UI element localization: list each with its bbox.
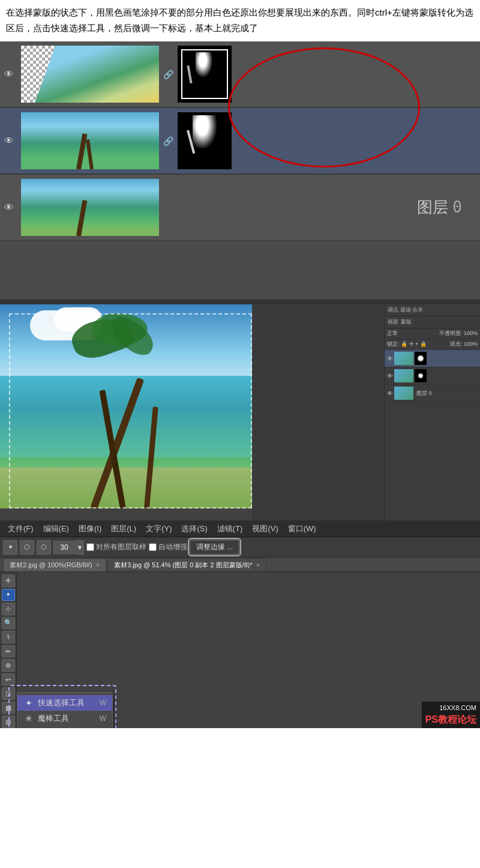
canvas-dark-area — [252, 304, 384, 520]
chain-icon-2: 🔗 — [163, 136, 173, 146]
watermark: 16XX8.COM PS教程论坛 — [422, 702, 480, 728]
layer-row-1[interactable]: 👁 🔗 — [0, 41, 480, 107]
left-toolbar: ✛ ✦ ⊹ 🔍 ⚕ ✏ ⊛ ↩ ◻ ▦ ◍ — [0, 572, 17, 728]
layer-eye-1[interactable]: 👁 — [0, 69, 18, 80]
crop-tool-btn[interactable]: ⊹ — [2, 603, 15, 615]
eyedropper-tool-btn[interactable]: 🔍 — [2, 617, 15, 630]
panel-controls: 正常不透明度: 100% — [385, 328, 480, 339]
adjust-edge-button[interactable]: 调整边缘 ... — [190, 540, 239, 555]
mini-layer-3[interactable]: 👁 图层 0 — [385, 385, 480, 402]
quick-select-tool-item[interactable]: ✦ 快速选择工具 W — [17, 695, 112, 711]
menu-image[interactable]: 图像(I) — [74, 522, 106, 535]
panel-header: 调点 退场 合并 — [385, 304, 480, 316]
magic-wand-shortcut: W — [100, 714, 106, 723]
chain-icon-1: 🔗 — [163, 70, 173, 79]
move-tool-btn[interactable]: ✛ — [2, 574, 15, 587]
ps-right-panel: 调点 退场 合并 画面蒙版 正常不透明度: 100% 锁定: 🔒 ✢ + 🔒填充… — [384, 304, 480, 520]
history-tool-btn[interactable]: ↩ — [2, 674, 15, 686]
menu-file[interactable]: 文件(F) — [3, 522, 38, 535]
auto-enhance-group: 自动增强 — [149, 542, 187, 552]
sample-all-layers-group: 对所有图层取样 — [86, 542, 146, 552]
layer-thumb-main-2 — [21, 112, 159, 169]
watermark-line2: PS教程论坛 — [425, 713, 476, 726]
sample-all-layers-label: 对所有图层取样 — [96, 542, 146, 552]
brush-size-display: 30 — [53, 541, 75, 554]
menu-edit[interactable]: 编辑(E) — [38, 522, 74, 535]
auto-enhance-label: 自动增强 — [158, 542, 187, 552]
clone-tool-btn[interactable]: ⊛ — [2, 659, 15, 672]
tool-popup-menu: ✦ 快速选择工具 W ✳ 魔棒工具 W — [17, 692, 113, 728]
panel-fill: 锁定: 🔒 ✢ + 🔒填充: 100% — [385, 339, 480, 350]
watermark-line1: 16XX8.COM — [425, 704, 476, 713]
menu-text[interactable]: 文字(Y) — [141, 522, 176, 535]
menu-window[interactable]: 窗口(W) — [283, 522, 321, 535]
canvas-section: 调点 退场 合并 画面蒙版 正常不透明度: 100% 锁定: 🔒 ✢ + 🔒填充… — [0, 304, 480, 520]
brush-size-group: 30 ▼ — [53, 540, 84, 555]
quick-select-shortcut: W — [100, 699, 106, 707]
toolbar-icon-3[interactable]: ⬡ — [37, 540, 51, 555]
eraser-tool-btn[interactable]: ◻ — [2, 687, 15, 700]
tab-suicai2[interactable]: 素材2.jpg @ 100%(RGB/8#) × — [3, 558, 106, 571]
menu-filter[interactable]: 滤镜(T) — [212, 522, 248, 535]
quick-select-icon: ✦ — [23, 698, 34, 708]
menu-layer[interactable]: 图层(L) — [106, 522, 141, 535]
tab-close-1[interactable]: × — [96, 561, 100, 568]
menu-view[interactable]: 视图(V) — [247, 522, 283, 535]
heal-tool-btn[interactable]: ⚕ — [2, 631, 15, 643]
tab-close-2[interactable]: × — [256, 561, 260, 568]
magic-wand-icon: ✳ — [23, 714, 34, 723]
layer-thumb-main-3 — [21, 179, 159, 236]
panel-subheader: 画面蒙版 — [385, 316, 480, 328]
canvas-beach-image — [0, 304, 252, 508]
magic-wand-tool-item[interactable]: ✳ 魔棒工具 W — [17, 711, 112, 726]
layer-thumb-mask-2 — [178, 112, 232, 169]
layer-row-3[interactable]: 👁 图层 0 — [0, 175, 480, 241]
mini-layer-2[interactable]: 👁 — [385, 367, 480, 385]
menu-bar: 文件(F) 编辑(E) 图像(I) 图层(L) 文字(Y) 选择(S) 滤镜(T… — [0, 520, 480, 537]
options-toolbar: ✦ ⬡ ⬡ 30 ▼ 对所有图层取样 自动增强 调整边缘 ... — [0, 537, 480, 558]
layer-row-2[interactable]: 👁 🔗 — [0, 108, 480, 174]
quick-select-label: 快速选择工具 — [38, 698, 85, 708]
tab-suicai3[interactable]: 素材3.jpg @ 51.4% (图层 0 副本 2 图层蒙版/8)* × — [107, 558, 266, 571]
brush-size-dropdown[interactable]: ▼ — [76, 540, 84, 555]
layer-eye-2[interactable]: 👁 — [0, 136, 18, 146]
blur-tool-btn[interactable]: ◍ — [2, 716, 15, 728]
sample-all-layers-checkbox[interactable] — [86, 543, 94, 551]
tab-bar: 素材2.jpg @ 100%(RGB/8#) × 素材3.jpg @ 51.4%… — [0, 558, 480, 572]
layer-0-label: 图层 0 — [417, 197, 462, 218]
auto-enhance-checkbox[interactable] — [149, 543, 157, 551]
toolbar-icon-2[interactable]: ⬡ — [20, 540, 34, 555]
quick-select-tool-btn[interactable]: ✦ — [2, 589, 15, 601]
toolbar-icon-1[interactable]: ✦ — [3, 540, 17, 555]
layer-thumb-mask-1 — [178, 46, 232, 103]
top-description: 在选择蒙版的状态下，用黑色画笔涂掉不要的部分用白色还原出你想要展现出来的东西。同… — [0, 0, 480, 41]
mini-layer-1[interactable]: 👁 — [385, 350, 480, 367]
gradient-tool-btn[interactable]: ▦ — [2, 702, 15, 714]
magic-wand-label: 魔棒工具 — [38, 713, 69, 724]
layer-thumb-main-1 — [21, 46, 159, 103]
menu-select[interactable]: 选择(S) — [176, 522, 212, 535]
section-divider — [0, 300, 480, 304]
layer-eye-3[interactable]: 👁 — [0, 202, 18, 213]
workspace: ✛ ✦ ⊹ 🔍 ⚕ ✏ ⊛ ↩ ◻ ▦ ◍ ✦ 快速选择工具 W ✳ 魔棒工具 … — [0, 572, 480, 728]
brush-tool-btn[interactable]: ✏ — [2, 645, 15, 658]
layers-panel-section: 👁 🔗 👁 🔗 — [0, 41, 480, 300]
